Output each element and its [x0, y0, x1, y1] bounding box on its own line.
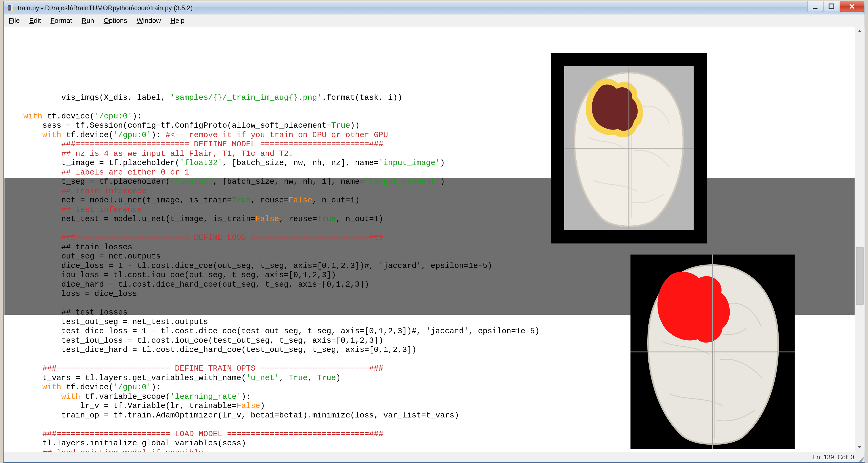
maximize-button[interactable] [824, 1, 839, 12]
svg-rect-1 [829, 4, 834, 9]
editor-area: vis_imgs(X_dis, label, 'samples/{}/_trai… [4, 27, 864, 452]
status-bar: Ln: 139 Col: 0 [4, 452, 865, 462]
scroll-thumb[interactable] [856, 247, 864, 305]
menu-bar: File Edit Format Run Options Window Help [4, 15, 865, 27]
svg-rect-0 [813, 8, 817, 9]
brain-heatmap-icon [564, 66, 693, 230]
vertical-scrollbar[interactable] [855, 27, 864, 452]
brain-heatmap-frame [564, 66, 693, 230]
menu-options[interactable]: Options [104, 17, 127, 25]
menu-format[interactable]: Format [51, 17, 72, 25]
brain-segmentation-icon [630, 255, 795, 449]
close-button[interactable] [840, 1, 864, 12]
status-line-col: Ln: 139 Col: 0 [813, 454, 854, 461]
svg-marker-4 [858, 30, 861, 32]
resize-grip-icon[interactable] [858, 456, 864, 462]
menu-edit[interactable]: Edit [29, 17, 41, 25]
window-title: train.py - D:\rajesh\BrainTUMORpython\co… [18, 4, 193, 12]
menu-help[interactable]: Help [170, 17, 184, 25]
menu-window[interactable]: Window [136, 17, 161, 25]
brain-segmentation-panel [630, 255, 795, 449]
python-idle-icon [8, 4, 15, 11]
window-controls [807, 1, 864, 12]
minimize-button[interactable] [807, 1, 823, 12]
svg-marker-5 [858, 446, 861, 448]
scroll-track[interactable] [855, 35, 864, 443]
scroll-up-arrow-icon[interactable] [855, 27, 864, 35]
title-bar[interactable]: train.py - D:\rajesh\BrainTUMORpython\co… [4, 1, 865, 15]
menu-run[interactable]: Run [82, 17, 94, 25]
idle-window: train.py - D:\rajesh\BrainTUMORpython\co… [4, 1, 865, 462]
scroll-down-arrow-icon[interactable] [855, 443, 864, 452]
brain-heatmap-panel [551, 53, 707, 243]
menu-file[interactable]: File [9, 17, 20, 25]
